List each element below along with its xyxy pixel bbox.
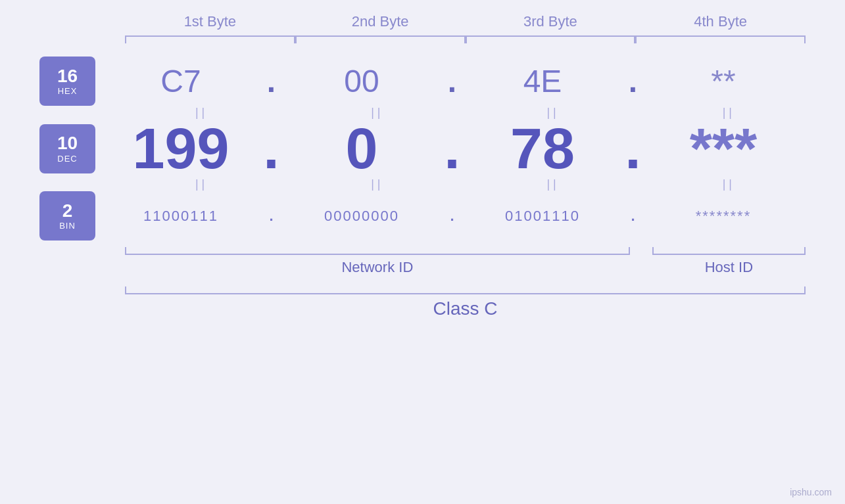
hex-b3-value: 4E xyxy=(523,64,562,99)
dec-base-number: 10 xyxy=(57,133,78,154)
hex-dot2: . xyxy=(448,64,456,99)
dec-byte2: 0 xyxy=(283,120,441,177)
dec-dot1: . xyxy=(263,116,279,181)
bracket-byte3 xyxy=(466,35,636,43)
dec-b1-value: 199 xyxy=(133,116,229,181)
dec-row-inner: 199 . 0 . 78 . *** xyxy=(102,120,802,177)
dec-b4-value: *** xyxy=(690,116,758,181)
bin-sep2: . xyxy=(441,208,464,225)
byte1-header: 1st Byte xyxy=(125,13,295,30)
hex-dot1: . xyxy=(267,64,276,99)
bin-b4-value: ******** xyxy=(696,208,752,224)
dec-byte1: 199 xyxy=(102,120,260,177)
bin-byte4: ******** xyxy=(644,208,802,225)
bracket-byte2 xyxy=(295,35,466,43)
bin-badge: 2 BIN xyxy=(39,191,95,241)
eq2-b1: || xyxy=(125,177,278,191)
dec-row: 10 DEC 199 . 0 . 78 xyxy=(39,120,806,177)
hex-sep1: . xyxy=(260,66,283,97)
hex-row: 16 HEX C7 . 00 . 4E xyxy=(39,57,806,106)
byte2-header: 2nd Byte xyxy=(295,13,466,30)
hex-byte1: C7 xyxy=(102,63,260,99)
hex-dot3: . xyxy=(629,64,637,99)
bin-values-section: 11000111 . 00000000 . 01001110 . xyxy=(95,208,809,225)
byte4-header: 4th Byte xyxy=(635,13,806,30)
dec-values-section: 199 . 0 . 78 . *** xyxy=(95,120,809,177)
top-brackets xyxy=(39,35,806,43)
dec-badge: 10 DEC xyxy=(39,124,95,173)
bin-byte1: 11000111 xyxy=(102,208,260,225)
bin-byte2: 00000000 xyxy=(283,208,441,225)
bin-base-number: 2 xyxy=(62,201,73,221)
main-container: 1st Byte 2nd Byte 3rd Byte 4th Byte 16 H… xyxy=(0,0,845,504)
class-c-bracket xyxy=(125,286,806,294)
hex-byte4: ** xyxy=(644,63,802,99)
eq-inner-2: || || || || xyxy=(125,177,806,191)
bin-sep1: . xyxy=(260,208,283,225)
hex-base-number: 16 xyxy=(57,66,78,87)
id-label-gap xyxy=(630,259,652,276)
bin-sep3: . xyxy=(621,208,644,225)
eq2-b4: || xyxy=(652,177,806,191)
eq2-b2: || xyxy=(301,177,454,191)
network-id-bracket xyxy=(125,247,630,255)
hex-values-section: C7 . 00 . 4E . ** xyxy=(95,63,809,99)
dec-b2-value: 0 xyxy=(346,116,378,181)
bin-row-inner: 11000111 . 00000000 . 01001110 . xyxy=(102,208,802,225)
hex-sep2: . xyxy=(441,66,464,97)
id-labels-row: Network ID Host ID xyxy=(39,259,806,276)
dec-sep1: . xyxy=(260,120,283,177)
class-label-row: Class C xyxy=(39,298,806,319)
hex-sep3: . xyxy=(621,66,644,97)
dec-dot2: . xyxy=(444,116,460,181)
dec-sep3: . xyxy=(621,120,644,177)
network-id-label: Network ID xyxy=(125,259,630,276)
equals-row-2: || || || || xyxy=(39,177,806,191)
hex-badge: 16 HEX xyxy=(39,57,95,106)
bracket-byte4 xyxy=(635,35,806,43)
byte-headers: 1st Byte 2nd Byte 3rd Byte 4th Byte xyxy=(39,13,806,30)
byte3-header: 3rd Byte xyxy=(466,13,636,30)
bin-b2-value: 00000000 xyxy=(324,208,399,224)
hex-byte3: 4E xyxy=(464,63,621,99)
class-bracket-row xyxy=(39,286,806,294)
bin-dot2: . xyxy=(450,208,454,224)
bin-base-label: BIN xyxy=(59,221,76,231)
class-c-label: Class C xyxy=(125,298,806,319)
dec-byte3: 78 xyxy=(464,120,621,177)
bin-byte3: 01001110 xyxy=(464,208,621,225)
host-id-label: Host ID xyxy=(652,259,806,276)
hex-b4-value: ** xyxy=(711,64,735,99)
bin-b1-value: 11000111 xyxy=(143,208,218,224)
hex-b1-value: C7 xyxy=(160,64,201,99)
dec-base-label: DEC xyxy=(57,154,77,164)
dec-byte4: *** xyxy=(644,120,802,177)
dec-dot3: . xyxy=(625,116,640,181)
dec-b3-value: 78 xyxy=(510,116,575,181)
bin-dot1: . xyxy=(269,208,273,224)
hex-byte2: 00 xyxy=(283,63,441,99)
eq2-b3: || xyxy=(477,177,630,191)
bracket-byte1 xyxy=(125,35,295,43)
host-id-bracket xyxy=(652,247,806,255)
hex-b2-value: 00 xyxy=(344,64,379,99)
bin-dot3: . xyxy=(631,208,635,224)
watermark: ipshu.com xyxy=(790,487,832,497)
bin-b3-value: 01001110 xyxy=(505,208,580,224)
dec-sep2: . xyxy=(441,120,464,177)
id-brackets-row xyxy=(39,247,806,255)
hex-row-inner: C7 . 00 . 4E . ** xyxy=(102,63,802,99)
hex-base-label: HEX xyxy=(58,86,78,96)
bin-row: 2 BIN 11000111 . 00000000 . 01001110 xyxy=(39,191,806,241)
